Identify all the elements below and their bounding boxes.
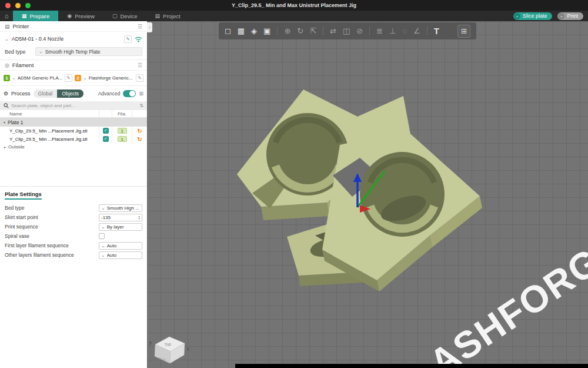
print-sequence-select[interactable]: ⌄ By layer — [99, 223, 142, 231]
scope-global-button[interactable]: Global — [34, 89, 58, 98]
support-icon[interactable]: ⊥ — [389, 27, 396, 35]
wifi-icon[interactable] — [135, 36, 142, 42]
object-visible-checkbox[interactable]: ✓ — [103, 128, 109, 134]
tab-project[interactable]: ▤ Project — [146, 11, 189, 21]
cut-icon[interactable]: ⊘ — [356, 27, 363, 35]
filament-settings-icon[interactable]: ☰ — [138, 62, 142, 68]
slice-options-caret-icon[interactable]: ⌄ — [514, 13, 520, 19]
setting-value: Smooth High ... — [107, 205, 140, 211]
sync-icon[interactable]: ↻ — [137, 136, 142, 142]
window-title: Y_Clip_29.5_ Min and Max Unistrut Placem… — [0, 2, 588, 8]
table-row[interactable]: Y_Clip_29.5_ Min ...Placement Jig.stl ✓ … — [0, 135, 147, 143]
bed-type-select[interactable]: ⌄ Smooth High Temp Plate — [35, 47, 142, 56]
sidebar-collapse-button[interactable]: ‹ — [147, 22, 152, 32]
spiral-vase-checkbox[interactable] — [99, 233, 105, 239]
axis-x-label: x — [187, 347, 189, 351]
printer-settings-icon[interactable]: ☰ — [138, 24, 142, 29]
spinner-down-icon[interactable]: ▾ — [138, 217, 140, 220]
sync-icon[interactable]: ↻ — [137, 128, 142, 134]
table-row[interactable]: Y_Clip_29.5_ Min ...Placement Jig.stl ✓ … — [0, 127, 147, 135]
process-row: ⚙ Process Global Objects Advanced ⊞ — [0, 86, 147, 101]
column-name: Name — [0, 110, 99, 117]
auto-orient-icon[interactable]: ◈ — [251, 27, 257, 35]
titlebar: Y_Clip_29.5_ Min and Max Unistrut Placem… — [0, 0, 588, 11]
tab-prepare[interactable]: ▦ Prepare — [13, 11, 58, 21]
edit-filament-2-button[interactable]: ✎ — [136, 74, 143, 82]
filament-2-caret-icon: ⌄ — [83, 75, 87, 81]
printer-section-title: Printer — [13, 23, 29, 29]
filament-section-header: ◎ Filament ☰ — [0, 60, 147, 71]
other-layers-sequence-select[interactable]: ⌄ Auto — [99, 251, 142, 259]
object-name[interactable]: Y_Clip_29.5_ Min ...Placement Jig.stl — [0, 127, 99, 135]
move-icon[interactable]: ⊕ — [284, 27, 290, 35]
setting-label: Bed type — [5, 205, 99, 211]
view-cube[interactable]: Top Front y x — [149, 337, 189, 363]
process-table-edit-icon[interactable]: ⊞ — [139, 91, 143, 97]
object-name[interactable]: Y_Clip_29.5_ Min ...Placement Jig.stl — [0, 135, 99, 143]
arrange-icon[interactable]: ▦ — [238, 27, 245, 35]
setting-row-bed-type: Bed type ⌄ Smooth High ... — [5, 203, 142, 213]
outside-row[interactable]: ▸ Outside — [0, 143, 147, 151]
setting-row-other-layers-sequence: Other layers filament sequence ⌄ Auto — [5, 250, 142, 260]
column-filament: Fila. — [112, 110, 132, 117]
skirt-start-spinner[interactable]: -135 ▴ ▾ — [99, 214, 142, 221]
rotate-icon[interactable]: ↻ — [297, 27, 303, 35]
assembly-view-icon[interactable]: ⊞ — [457, 25, 470, 38]
edit-filament-1-button[interactable]: ✎ — [65, 74, 72, 82]
filament-list: 1 ⌄ AD5M Generic PLA... ✎ 2 ⌄ Flashforge… — [0, 71, 147, 86]
filament-1-select[interactable]: 1 ⌄ AD5M Generic PLA... ✎ — [4, 74, 72, 82]
pencil-icon: ✎ — [126, 37, 130, 42]
chevron-down-icon[interactable]: ▾ — [4, 120, 5, 124]
sort-icon[interactable]: ⇅ — [139, 103, 143, 108]
bed-type-plate-select[interactable]: ⌄ Smooth High ... — [99, 204, 142, 212]
print-options-caret-icon[interactable]: ⌄ — [558, 13, 564, 19]
tab-preview-label: Preview — [75, 13, 95, 19]
tab-device[interactable]: ▢ Device — [103, 11, 146, 21]
caret-down-icon: ⌄ — [101, 205, 105, 211]
tab-preview[interactable]: ◉ Preview — [58, 11, 103, 21]
filament-2-select[interactable]: 2 ⌄ Flashforge Generic... ✎ — [75, 74, 143, 82]
printer-preset-select[interactable]: AD5M-01 - 0.4 Nozzle — [12, 36, 121, 42]
collapse-chevron-icon: ‹ — [149, 25, 151, 30]
object-filament-badge[interactable]: 1 — [118, 136, 127, 142]
printer-icon: ▤ — [5, 24, 10, 29]
mirror-icon[interactable]: ⇄ — [330, 27, 336, 35]
first-layer-sequence-select[interactable]: ⌄ Auto — [99, 242, 142, 250]
navbar: ⌂ ▦ Prepare ◉ Preview ▢ Device ▤ Project… — [0, 11, 588, 21]
advanced-toggle[interactable] — [123, 90, 136, 97]
edit-printer-preset-button[interactable]: ✎ — [124, 35, 132, 43]
filament-section-title: Filament — [12, 62, 34, 68]
tab-device-label: Device — [121, 13, 138, 19]
plate-row[interactable]: ▾ Plate 1 — [0, 118, 147, 127]
assembly-view-glyph: ⊞ — [461, 27, 467, 35]
spinner-buttons[interactable]: ▴ ▾ — [138, 215, 140, 220]
text-tool-icon[interactable]: T — [434, 26, 439, 35]
print-button[interactable]: ⌄ Print — [557, 12, 583, 20]
layers-icon[interactable]: ≣ — [376, 27, 383, 35]
plate-label: Plate 1 — [8, 120, 23, 125]
slice-plate-button[interactable]: ⌄ Slice plate — [513, 12, 553, 20]
setting-label: First layer filament sequence — [5, 243, 99, 248]
setting-row-first-layer-sequence: First layer filament sequence ⌄ Auto — [5, 241, 142, 250]
search-input[interactable] — [11, 103, 137, 108]
image-to-model-icon[interactable]: ▣ — [263, 27, 270, 35]
pencil-icon: ✎ — [66, 75, 71, 81]
object-filament-badge[interactable]: 1 — [118, 128, 127, 134]
tab-prepare-label: Prepare — [30, 13, 50, 19]
plate-settings-section: Plate Settings Bed type ⌄ Smooth High ..… — [0, 186, 147, 260]
chevron-right-icon[interactable]: ▸ — [4, 145, 6, 149]
home-button[interactable]: ⌂ — [0, 11, 13, 21]
advanced-label: Advanced — [98, 91, 121, 97]
nav-actions: ⌄ Slice plate ⌄ Print — [513, 11, 588, 21]
split-icon[interactable]: ◫ — [343, 27, 350, 35]
measure-icon[interactable]: ∠ — [413, 27, 420, 35]
seam-icon[interactable]: ◌ — [402, 27, 407, 35]
viewport-3d[interactable]: ‹ ◻ ▦ ◈ ▣ ⊕ ↻ ⇱ ⇄ ◫ — [147, 21, 588, 368]
add-object-icon[interactable]: ◻ — [225, 27, 231, 35]
app-window: Y_Clip_29.5_ Min and Max Unistrut Placem… — [0, 0, 588, 368]
scope-objects-button[interactable]: Objects — [57, 89, 83, 98]
object-visible-checkbox[interactable]: ✓ — [103, 136, 109, 142]
printer-section-header: ▤ Printer ☰ — [0, 21, 147, 32]
setting-label: Print sequence — [5, 224, 99, 230]
scale-icon[interactable]: ⇱ — [310, 27, 316, 35]
